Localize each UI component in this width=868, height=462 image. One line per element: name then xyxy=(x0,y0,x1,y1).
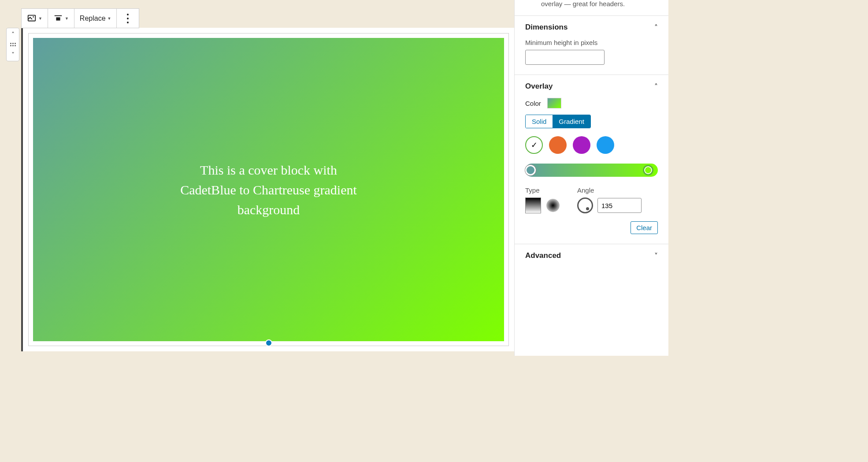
angle-dial[interactable] xyxy=(577,197,593,213)
gradient-tab[interactable]: Gradient xyxy=(553,115,590,128)
more-options-button[interactable] xyxy=(119,9,137,28)
cover-block-wrap: This is a cover block with CadetBlue to … xyxy=(21,28,514,351)
move-up-button[interactable]: ˄ xyxy=(11,31,15,38)
gradient-type-linear[interactable] xyxy=(525,197,541,213)
block-type-button[interactable]: ▼ xyxy=(23,9,46,28)
svg-rect-3 xyxy=(56,17,60,20)
chevron-up-icon: ˄ xyxy=(654,23,658,32)
dropdown-caret-icon: ▼ xyxy=(65,16,69,21)
gradient-preset-blue[interactable] xyxy=(597,136,614,154)
align-icon xyxy=(53,14,63,23)
dimensions-panel: Dimensions ˄ Minimum height in pixels xyxy=(515,15,668,75)
angle-input[interactable] xyxy=(597,198,642,213)
cover-text[interactable]: This is a cover block with CadetBlue to … xyxy=(176,160,361,220)
alignment-button[interactable]: ▼ xyxy=(50,9,72,28)
color-label: Color xyxy=(525,100,541,107)
gradient-preset-orange[interactable] xyxy=(549,136,567,154)
gradient-bar[interactable] xyxy=(525,164,658,177)
cover-block[interactable]: This is a cover block with CadetBlue to … xyxy=(28,33,509,346)
replace-label: Replace xyxy=(80,15,106,22)
clear-button[interactable]: Clear xyxy=(631,221,658,234)
replace-button[interactable]: Replace ▼ xyxy=(76,9,115,28)
overlay-panel-toggle[interactable]: Overlay ˄ xyxy=(515,75,668,98)
advanced-panel-toggle[interactable]: Advanced ˅ xyxy=(515,244,668,267)
gradient-type-radial[interactable] xyxy=(546,199,560,212)
gradient-preset-selected[interactable] xyxy=(525,136,543,154)
dropdown-caret-icon: ▼ xyxy=(108,16,111,21)
cover-block-icon xyxy=(27,14,37,23)
color-swatch-button[interactable] xyxy=(547,98,561,108)
min-height-input[interactable] xyxy=(525,50,605,65)
gradient-stop-start[interactable] xyxy=(525,165,536,175)
block-toolbar: ▼ ▼ Replace ▼ xyxy=(21,8,139,28)
editor-canvas: ▼ ▼ Replace ▼ Th xyxy=(21,8,514,351)
overlay-panel: Overlay ˄ Color Solid Gradient xyxy=(515,75,668,244)
gradient-presets xyxy=(525,136,658,154)
angle-label: Angle xyxy=(577,186,642,194)
advanced-panel: Advanced ˅ xyxy=(515,244,668,267)
block-description-tail: overlay — great for headers. xyxy=(515,0,668,15)
type-label: Type xyxy=(525,186,560,194)
solid-tab[interactable]: Solid xyxy=(526,115,553,128)
dimensions-panel-toggle[interactable]: Dimensions ˄ xyxy=(515,16,668,39)
overlay-title: Overlay xyxy=(525,82,553,91)
overlay-mode-toggle: Solid Gradient xyxy=(525,115,591,128)
chevron-up-icon: ˄ xyxy=(654,82,658,91)
dimensions-title: Dimensions xyxy=(525,23,568,32)
drag-handle[interactable] xyxy=(10,42,16,47)
gradient-stop-end[interactable] xyxy=(643,165,653,175)
min-height-label: Minimum height in pixels xyxy=(525,39,658,46)
svg-point-1 xyxy=(33,16,34,17)
settings-sidebar: overlay — great for headers. Dimensions … xyxy=(514,0,668,356)
kebab-icon xyxy=(126,14,129,23)
block-mover-rail: ˄ ˅ xyxy=(6,28,19,61)
move-down-button[interactable]: ˅ xyxy=(11,51,15,58)
chevron-down-icon: ˅ xyxy=(654,252,658,260)
resize-handle-bottom[interactable] xyxy=(265,339,272,346)
advanced-title: Advanced xyxy=(525,251,561,260)
dropdown-caret-icon: ▼ xyxy=(38,16,42,21)
cover-gradient-background: This is a cover block with CadetBlue to … xyxy=(33,38,504,341)
gradient-preset-purple[interactable] xyxy=(573,136,590,154)
